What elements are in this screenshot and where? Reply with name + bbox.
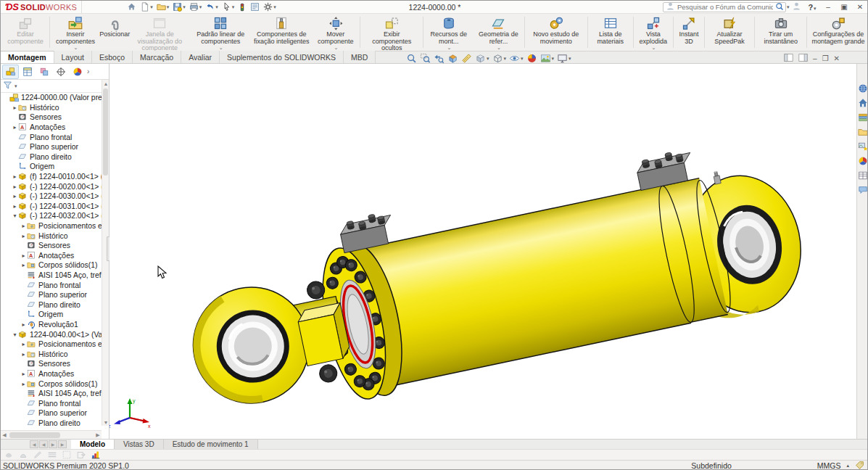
units-caret-icon[interactable]: ▴ xyxy=(846,463,849,469)
file-explorer-icon[interactable] xyxy=(858,126,868,137)
tree-item[interactable]: Plano superior xyxy=(1,142,109,152)
zoom-area-icon[interactable] xyxy=(419,53,431,64)
dimxpertmanager-tab[interactable] xyxy=(52,65,69,79)
ribbon-button-novo-estudo-de-movimento[interactable]: Novo estudo de movimento xyxy=(526,14,587,51)
expand-icon[interactable]: ▸ xyxy=(12,104,18,111)
eraser-grid-icon[interactable] xyxy=(62,450,72,460)
tab-marca-o[interactable]: Marcação xyxy=(133,51,181,63)
tree-item[interactable]: Sensores xyxy=(1,359,109,369)
expand-icon[interactable]: ▸ xyxy=(20,381,27,387)
tree-item[interactable]: Plano direito xyxy=(1,419,109,426)
tab-suplementos-do-solidworks[interactable]: Suplementos do SOLIDWORKS xyxy=(220,51,344,63)
dropdown-caret-icon[interactable]: ⌄ xyxy=(447,45,451,51)
view-settings-icon[interactable]: ▾ xyxy=(556,53,572,64)
tree-item[interactable]: ▸Posicionamentos em 1224-0( xyxy=(1,221,109,231)
configurationmanager-tab[interactable] xyxy=(36,65,52,79)
scroll-left-icon[interactable]: ◀ xyxy=(1,432,8,439)
tree-item[interactable]: Plano direito xyxy=(1,152,109,162)
doc-minimize-icon[interactable]: – xyxy=(813,54,817,62)
horizontal-scroll-thumb[interactable] xyxy=(9,432,60,438)
tree-item[interactable]: ▾1224-0040.00<1> (Valor predeterr xyxy=(1,329,109,339)
expand-icon[interactable]: ▸ xyxy=(20,252,27,259)
maximize-icon[interactable]: ▣ xyxy=(838,3,850,11)
ribbon-button-configura-es-de-montagem-grande[interactable]: Configurações de montagem grande xyxy=(808,14,868,51)
view-orientation-icon[interactable]: ▾ xyxy=(474,53,490,64)
ribbon-button-lista-de-materiais[interactable]: Lista de materiais xyxy=(589,14,632,51)
tree-item[interactable]: 1224-0000.00 (Valor predeterminado< xyxy=(1,93,109,103)
tree-item[interactable]: ▸(f) 1224-0010.00<1> (Valor predet xyxy=(1,172,109,182)
ribbon-button-vista-explodida[interactable]: Vista explodida⌄ xyxy=(634,14,672,51)
model-vent-pin[interactable] xyxy=(713,170,722,184)
performance-icon[interactable] xyxy=(236,1,248,13)
ribbon-button-posicionar[interactable]: Posicionar xyxy=(100,14,129,51)
dropdown-caret-icon[interactable]: ⌄ xyxy=(497,45,501,51)
ribbon-button-atualizar-speedpak[interactable]: Atualizar SpeedPak xyxy=(706,14,754,51)
sheet-prev-icon[interactable]: ◀ xyxy=(39,440,48,448)
doc-restore-icon[interactable]: ❐ xyxy=(822,54,829,62)
search-input[interactable] xyxy=(677,3,773,11)
tree-item[interactable]: ▸Corpos sólidos(1) xyxy=(1,260,109,271)
scroll-right-icon[interactable]: ▶ xyxy=(94,432,102,439)
open-icon[interactable]: ▾ xyxy=(155,1,171,13)
tree-filter-row[interactable]: ▾ xyxy=(1,80,109,93)
scroll-down-icon[interactable]: ▼ xyxy=(102,419,109,426)
tree-item[interactable]: AISI 1045 Aço, trefilado xyxy=(1,389,109,399)
print-icon[interactable]: ▾ xyxy=(188,1,204,13)
propertymanager-tab[interactable] xyxy=(19,65,36,79)
tree-item[interactable]: ▸Histórico xyxy=(1,103,109,113)
expand-icon[interactable]: ▸ xyxy=(20,233,27,239)
expand-icon[interactable]: ▸ xyxy=(20,223,27,229)
ribbon-button-instant-3d[interactable]: Instant 3D xyxy=(674,14,703,51)
undo-icon[interactable]: ▾ xyxy=(204,1,220,13)
next-window-icon[interactable] xyxy=(798,53,808,64)
tree-item[interactable]: Origem xyxy=(1,162,109,172)
dropdown-caret-icon[interactable]: ⌄ xyxy=(651,45,656,51)
sheet-tab-modelo[interactable]: Modelo xyxy=(71,440,115,450)
tree-horizontal-scrollbar[interactable]: ◀ ▶ xyxy=(1,430,102,439)
tree-item[interactable]: ▸Revolução1 xyxy=(1,320,109,330)
tree-item[interactable]: Plano superior xyxy=(1,290,109,300)
units-selector[interactable]: MMGS xyxy=(817,461,841,470)
ribbon-button-geometria-de-refer[interactable]: Geometria de refer...⌄ xyxy=(474,14,524,51)
ribbon-button-tirar-um-instant-neo[interactable]: Tirar um instantâneo xyxy=(756,14,806,51)
tree-item[interactable]: Sensores xyxy=(1,241,109,251)
search-dropdown-icon[interactable]: ▾ xyxy=(787,4,790,10)
dropdown-caret-icon[interactable]: ▾ xyxy=(150,4,153,10)
apply-scene-icon[interactable]: ▾ xyxy=(540,53,555,64)
dropdown-caret-icon[interactable]: ▾ xyxy=(183,4,186,10)
model-rod-eye[interactable] xyxy=(183,276,321,414)
graphics-area[interactable]: yxz xyxy=(109,64,856,439)
expand-icon[interactable]: ▸ xyxy=(12,184,18,190)
custom-properties-icon[interactable] xyxy=(858,170,868,181)
measure-icon[interactable] xyxy=(460,53,473,64)
solidworks-resources-icon[interactable] xyxy=(858,83,868,94)
color-bars-icon[interactable] xyxy=(91,450,101,460)
export-markup-icon[interactable] xyxy=(76,450,86,460)
tree-item[interactable]: Plano superior xyxy=(1,408,109,419)
tag-icon[interactable] xyxy=(855,461,864,470)
community-search[interactable]: ▾ xyxy=(663,2,786,12)
tree-item[interactable]: Plano frontal xyxy=(1,398,109,408)
sheet-tab-vistas-3d[interactable]: Vistas 3D xyxy=(115,440,164,450)
featuremanager-tab[interactable] xyxy=(2,65,19,79)
ribbon-button-exibir-componentes-ocultos[interactable]: Exibir componentes ocultos⌄ xyxy=(361,14,422,51)
displaymanager-tab[interactable] xyxy=(69,65,86,79)
home-icon[interactable] xyxy=(125,1,138,13)
tree-item[interactable]: ▸(-) 1224-0031.00<1> (Valor prede xyxy=(1,202,109,212)
sheet-next-icon[interactable]: ▶ xyxy=(49,440,57,448)
minimize-icon[interactable]: – xyxy=(822,3,834,11)
design-library-icon[interactable] xyxy=(858,112,868,123)
panel-tabs-more-icon[interactable]: › xyxy=(87,67,89,75)
tab-mbd[interactable]: MBD xyxy=(344,51,376,63)
search-submit-icon[interactable] xyxy=(775,2,784,12)
zoom-fit-icon[interactable] xyxy=(405,53,418,64)
tree-item[interactable]: Sensores xyxy=(1,112,109,123)
tree-item[interactable]: ▸Corpos sólidos(1) xyxy=(1,379,109,389)
tree-item[interactable]: ▸Histórico xyxy=(1,231,109,241)
dropdown-caret-icon[interactable]: ▾ xyxy=(232,4,235,10)
tree-item[interactable]: ▾(-) 1224-0032.00<1> (Valor prede xyxy=(1,211,109,221)
tree-item[interactable]: ▸Histórico xyxy=(1,349,109,359)
filter-funnel-icon[interactable] xyxy=(3,81,12,91)
new-document-icon[interactable]: ▾ xyxy=(139,1,154,13)
tree-item[interactable]: Plano frontal xyxy=(1,132,109,142)
